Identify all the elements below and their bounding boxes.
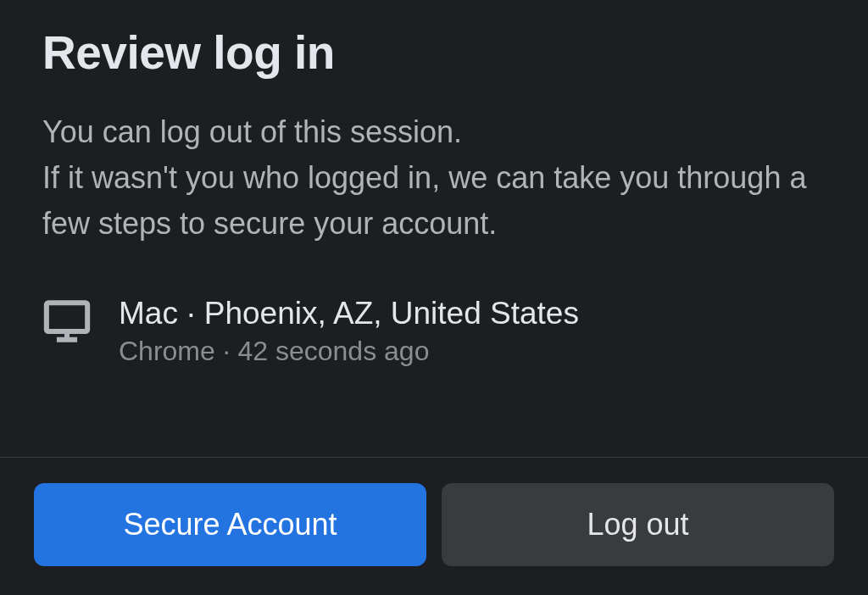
log-out-button[interactable]: Log out bbox=[442, 483, 834, 566]
session-browser: Chrome bbox=[119, 336, 215, 366]
separator: · bbox=[178, 296, 204, 331]
session-device: Mac bbox=[119, 296, 178, 331]
session-location: Phoenix, AZ, United States bbox=[204, 296, 579, 331]
session-device-location: Mac · Phoenix, AZ, United States bbox=[119, 293, 579, 334]
dialog-content: Review log in You can log out of this se… bbox=[0, 0, 868, 457]
session-info: Mac · Phoenix, AZ, United States Chrome … bbox=[42, 293, 826, 367]
session-details: Mac · Phoenix, AZ, United States Chrome … bbox=[119, 293, 579, 367]
session-browser-time: Chrome · 42 seconds ago bbox=[119, 336, 579, 367]
description-line-1: You can log out of this session. bbox=[42, 114, 462, 149]
dialog-description: You can log out of this session. If it w… bbox=[42, 109, 826, 247]
session-time: 42 seconds ago bbox=[237, 336, 429, 366]
description-line-2: If it wasn't you who logged in, we can t… bbox=[42, 160, 806, 241]
dialog-title: Review log in bbox=[42, 25, 826, 80]
desktop-icon bbox=[42, 297, 92, 346]
separator: · bbox=[215, 336, 238, 366]
svg-rect-0 bbox=[47, 303, 87, 331]
dialog-actions: Secure Account Log out bbox=[0, 458, 868, 595]
review-login-dialog: Review log in You can log out of this se… bbox=[0, 0, 868, 595]
secure-account-button[interactable]: Secure Account bbox=[34, 483, 426, 566]
